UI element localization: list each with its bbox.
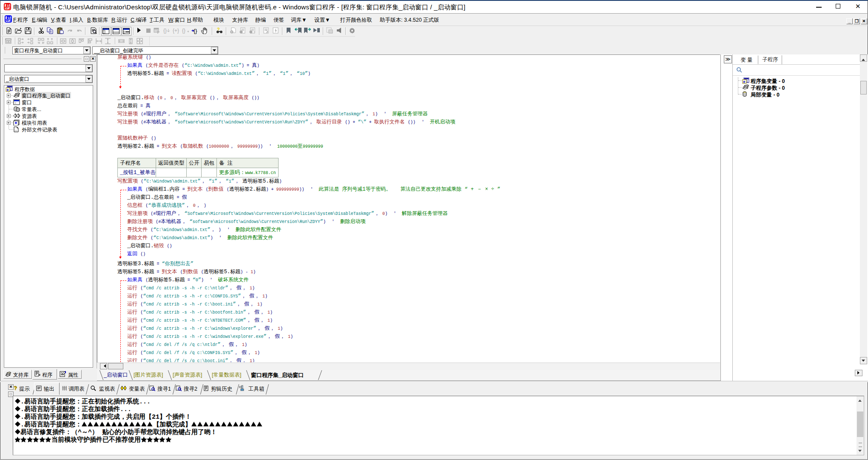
svg-text:{}: {} [182,28,185,34]
svg-text:{}: {} [194,28,197,34]
svg-text:?: ? [14,385,17,391]
svg-text:{+}: {+} [173,28,179,34]
svg-text:{}: {} [163,28,167,34]
svg-text:e: e [743,80,746,84]
